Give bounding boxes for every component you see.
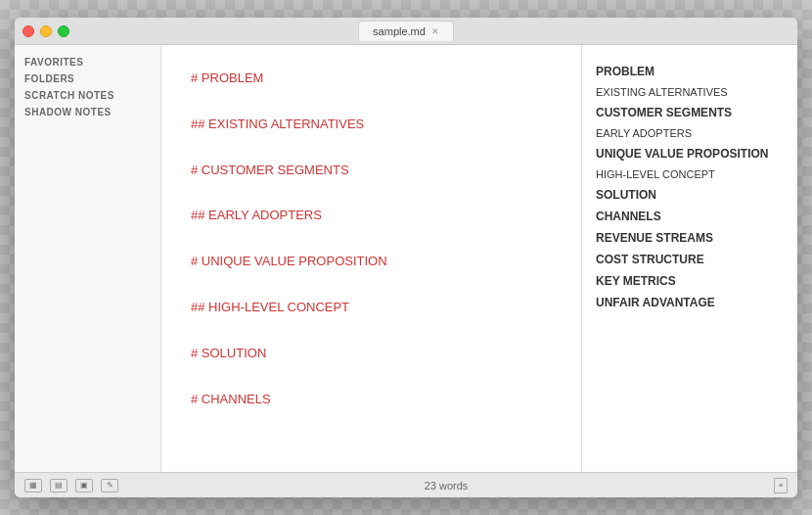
- editor-line-problem: # PROBLEM: [191, 65, 552, 93]
- sidebar-section-folders: FOLDERS: [15, 70, 160, 86]
- view-icon-4[interactable]: ✎: [101, 479, 118, 492]
- editor-line-existing-alt: ## EXISTING ALTERNATIVES: [191, 111, 552, 139]
- page-icon[interactable]: ≡: [774, 478, 788, 493]
- tab-close-icon[interactable]: ✕: [431, 26, 439, 36]
- toc-item[interactable]: CUSTOMER SEGMENTS: [596, 102, 784, 123]
- toc-item[interactable]: UNFAIR ADVANTAGE: [596, 292, 784, 313]
- sidebar: FAVORITES FOLDERS SCRATCH NOTES SHADOW N…: [15, 45, 161, 472]
- sidebar-section-favorites: FAVORITES: [15, 53, 160, 70]
- spacer: [191, 93, 552, 111]
- traffic-lights: [23, 25, 69, 37]
- maximize-button[interactable]: [58, 25, 69, 37]
- toc-item[interactable]: EXISTING ALTERNATIVES: [596, 82, 784, 102]
- close-button[interactable]: [23, 25, 34, 37]
- spacer: [191, 368, 552, 386]
- spacer: [191, 276, 552, 294]
- editor-line-uvp: # UNIQUE VALUE PROPOSITION: [191, 248, 552, 276]
- word-count: 23 words: [126, 480, 766, 492]
- tab-sample-md[interactable]: sample.md ✕: [358, 21, 454, 41]
- spacer: [191, 322, 552, 340]
- app-window: sample.md ✕ FAVORITES FOLDERS SCRATCH NO…: [15, 18, 797, 497]
- statusbar: ▦ ▤ ▣ ✎ 23 words ≡: [15, 472, 797, 497]
- editor-line-customer-seg: # CUSTOMER SEGMENTS: [191, 157, 552, 185]
- toc-item[interactable]: PROBLEM: [596, 61, 784, 82]
- view-icon-2[interactable]: ▤: [50, 479, 68, 492]
- sidebar-section-shadow[interactable]: SHADOW NOTES: [15, 103, 160, 119]
- editor-area[interactable]: # PROBLEM ## EXISTING ALTERNATIVES # CUS…: [161, 45, 582, 472]
- toc-item[interactable]: HIGH-LEVEL CONCEPT: [596, 164, 784, 184]
- view-icon-1[interactable]: ▦: [24, 479, 42, 492]
- toc-item[interactable]: REVENUE STREAMS: [596, 227, 784, 249]
- spacer: [191, 184, 552, 202]
- titlebar: sample.md ✕: [15, 18, 797, 45]
- tab-label: sample.md: [373, 25, 426, 37]
- editor-line-solution: # SOLUTION: [191, 340, 552, 368]
- toc-item[interactable]: SOLUTION: [596, 184, 784, 206]
- editor-line-early-adopters: ## EARLY ADOPTERS: [191, 202, 552, 230]
- toc-panel: PROBLEMEXISTING ALTERNATIVESCUSTOMER SEG…: [582, 45, 797, 472]
- editor-line-channels: # CHANNELS: [191, 386, 552, 414]
- minimize-button[interactable]: [40, 25, 52, 37]
- toc-item[interactable]: EARLY ADOPTERS: [596, 123, 784, 143]
- toc-item[interactable]: UNIQUE VALUE PROPOSITION: [596, 143, 784, 164]
- spacer: [191, 139, 552, 157]
- toc-item[interactable]: COST STRUCTURE: [596, 249, 784, 270]
- editor-line-high-level: ## HIGH-LEVEL CONCEPT: [191, 294, 552, 322]
- toc-item[interactable]: CHANNELS: [596, 206, 784, 227]
- tab-bar: sample.md ✕: [358, 21, 454, 41]
- spacer: [191, 230, 552, 248]
- statusbar-right: ≡: [774, 478, 788, 493]
- main-content: FAVORITES FOLDERS SCRATCH NOTES SHADOW N…: [15, 45, 797, 472]
- view-icon-3[interactable]: ▣: [75, 479, 93, 492]
- sidebar-section-scratch[interactable]: SCRATCH NOTES: [15, 86, 160, 103]
- toc-item[interactable]: KEY METRICS: [596, 270, 784, 292]
